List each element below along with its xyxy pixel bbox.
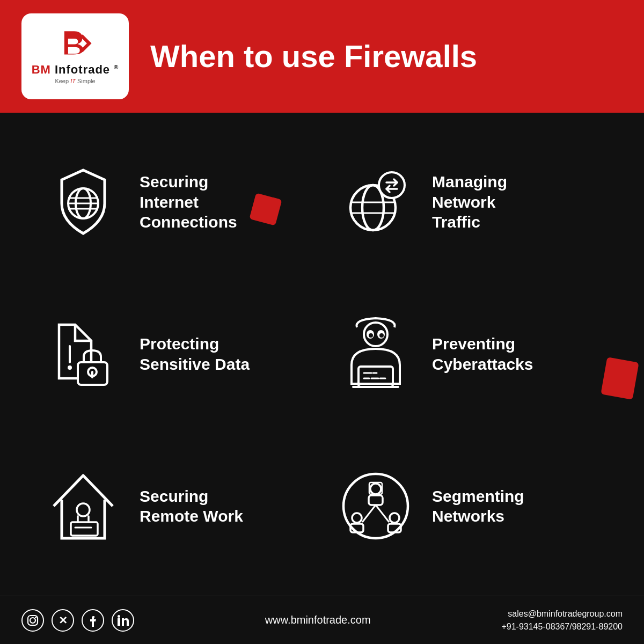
svg-point-44 — [118, 615, 120, 618]
svg-point-27 — [77, 503, 90, 516]
svg-point-33 — [352, 513, 362, 523]
logo-tagline: Keep IT Simple — [55, 78, 95, 84]
card-protecting-data: ProtectingSensitive Data — [32, 281, 319, 427]
svg-point-11 — [68, 365, 72, 370]
icon-managing-network — [335, 162, 416, 243]
footer-website: www.bminfotrade.com — [265, 614, 371, 626]
logo-icon — [56, 28, 94, 61]
decoration-diamond-2 — [601, 357, 639, 399]
linkedin-icon[interactable] — [112, 609, 134, 632]
icon-protecting-data — [43, 314, 123, 394]
logo-brand: BM Infotrade ® — [32, 63, 119, 77]
footer-contact: sales@bminfotradegroup.com +91-93145-083… — [501, 608, 623, 633]
icon-segmenting-networks — [335, 466, 416, 546]
svg-rect-28 — [71, 522, 98, 536]
svg-line-38 — [376, 505, 389, 522]
footer: ✕ www.bminfotrade.com sales@bminfotradeg… — [0, 596, 644, 644]
svg-rect-32 — [369, 495, 383, 505]
header: BM Infotrade ® Keep IT Simple When to us… — [0, 0, 644, 113]
card-preventing-cyber: PreventingCyberattacks — [325, 281, 612, 427]
card-segmenting-networks: SegmentingNetworks — [325, 433, 612, 580]
card-text-securing-remote: SecuringRemote Work — [140, 486, 243, 526]
svg-point-9 — [379, 172, 405, 198]
facebook-icon[interactable] — [82, 609, 104, 632]
icon-securing-remote — [43, 466, 123, 546]
footer-email: sales@bminfotradegroup.com — [501, 608, 623, 620]
svg-point-31 — [370, 484, 381, 494]
card-text-preventing-cyber: PreventingCyberattacks — [432, 334, 533, 374]
card-text-segmenting-networks: SegmentingNetworks — [432, 486, 524, 526]
social-icons: ✕ — [21, 609, 134, 632]
twitter-x-icon[interactable]: ✕ — [52, 609, 74, 632]
svg-rect-43 — [118, 618, 120, 626]
card-securing-remote: SecuringRemote Work — [32, 433, 319, 580]
logo-box: BM Infotrade ® Keep IT Simple — [21, 13, 129, 99]
page-title: When to use Firewalls — [150, 39, 477, 74]
icon-securing-internet — [43, 162, 123, 243]
svg-point-19 — [379, 333, 384, 338]
main-content: SecuringInternetConnections ManagingNetw… — [0, 113, 644, 596]
svg-point-41 — [30, 618, 35, 623]
card-managing-network: ManagingNetworkTraffic — [325, 129, 612, 275]
footer-phone: +91-93145-08367/98291-89200 — [501, 620, 623, 633]
icon-preventing-cyber — [335, 314, 416, 394]
svg-line-37 — [362, 505, 376, 522]
svg-point-42 — [35, 617, 36, 618]
svg-point-18 — [369, 333, 373, 338]
instagram-icon[interactable] — [21, 609, 44, 632]
card-text-protecting-data: ProtectingSensitive Data — [140, 334, 250, 374]
card-text-securing-internet: SecuringInternetConnections — [140, 172, 237, 232]
svg-point-35 — [390, 513, 399, 523]
card-text-managing-network: ManagingNetworkTraffic — [432, 172, 507, 232]
